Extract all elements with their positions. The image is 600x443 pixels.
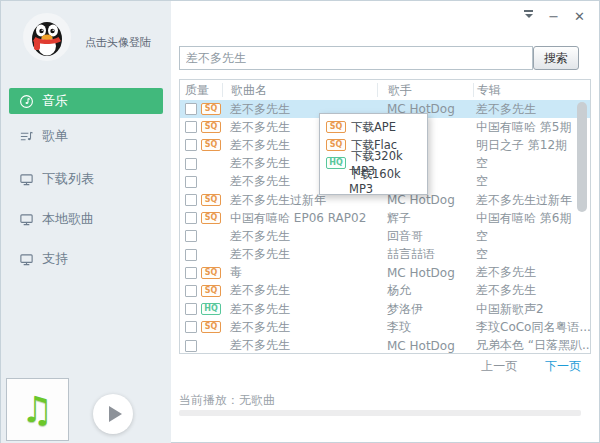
- close-button[interactable]: ✕: [574, 10, 585, 23]
- row-checkbox[interactable]: [185, 267, 197, 279]
- row-checkbox[interactable]: [185, 139, 197, 151]
- quality-cell: SQ: [180, 212, 222, 224]
- table-row[interactable]: SQ差不多先生杨允差不多先生: [180, 282, 590, 300]
- singer-cell: 梦洛伊: [377, 301, 473, 318]
- sq-quality-badge: SQ: [201, 285, 221, 297]
- row-checkbox[interactable]: [185, 103, 197, 115]
- sidebar-item-4[interactable]: 支持: [9, 246, 163, 272]
- context-menu-item-label: 下载APE: [351, 120, 396, 135]
- song-name-cell: 差不多先生: [222, 337, 377, 353]
- row-checkbox[interactable]: [185, 230, 197, 242]
- sidebar-item-2[interactable]: 下载列表: [9, 166, 163, 192]
- next-page-link[interactable]: 下一页: [545, 359, 581, 373]
- play-button[interactable]: [93, 394, 133, 434]
- scrollbar-thumb[interactable]: [577, 102, 587, 212]
- quality-cell: SQ: [180, 139, 222, 151]
- search-input[interactable]: [179, 46, 533, 70]
- sidebar-item-label: 音乐: [42, 92, 68, 110]
- context-menu-item[interactable]: SQ下载APE: [320, 118, 427, 136]
- sidebar-item-label: 本地歌曲: [42, 210, 94, 228]
- album-cell: 差不多先生过新年: [473, 192, 590, 209]
- table-row[interactable]: 差不多先生MC HotDog兄弟本色 “日落黑趴...: [180, 336, 590, 353]
- singer-cell: 喆言喆语: [377, 246, 473, 263]
- column-header-3[interactable]: 歌手: [377, 83, 473, 97]
- table-row[interactable]: SQ毒MC HotDog差不多先生: [180, 264, 590, 282]
- sidebar-item-0[interactable]: 音乐: [9, 88, 163, 114]
- search-button[interactable]: 搜索: [533, 46, 579, 70]
- sidebar-item-label: 支持: [42, 250, 68, 268]
- album-cell: 兄弟本色 “日落黑趴...: [473, 337, 590, 353]
- album-cell: 差不多先生: [473, 282, 590, 299]
- song-name-cell: 差不多先生: [222, 301, 377, 318]
- sidebar-menu: 音乐歌单下载列表本地歌曲支持: [1, 88, 171, 286]
- play-icon: [109, 406, 122, 422]
- song-name-cell: 差不多先生: [222, 282, 377, 299]
- row-checkbox[interactable]: [185, 158, 197, 170]
- row-checkbox[interactable]: [185, 303, 197, 315]
- sq-quality-badge: SQ: [201, 321, 221, 333]
- row-checkbox[interactable]: [185, 321, 197, 333]
- singer-cell: 辉子: [377, 210, 473, 227]
- sq-quality-badge: SQ: [326, 139, 346, 151]
- table-row[interactable]: 差不多先生喆言喆语空: [180, 246, 590, 264]
- quality-cell: SQ: [180, 194, 222, 206]
- row-checkbox[interactable]: [185, 176, 197, 188]
- main-menu-icon[interactable]: [524, 10, 533, 23]
- row-checkbox[interactable]: [185, 340, 197, 352]
- album-cell: 空: [473, 228, 590, 245]
- quality-cell: [180, 249, 222, 261]
- album-cell: 空: [473, 173, 590, 190]
- column-header-4[interactable]: 专辑: [473, 83, 590, 97]
- quality-cell: SQ: [180, 321, 222, 333]
- sq-quality-badge: SQ: [201, 121, 221, 133]
- pagination: 上一页 下一页: [179, 358, 581, 375]
- row-checkbox[interactable]: [185, 194, 197, 206]
- column-header-2[interactable]: 歌曲名: [222, 83, 377, 97]
- album-cell: 差不多先生: [473, 101, 590, 118]
- row-checkbox[interactable]: [185, 249, 197, 261]
- table-row[interactable]: HQ差不多先生梦洛伊中国新歌声2: [180, 300, 590, 318]
- album-cell: 李玟CoCo同名粤语...: [473, 319, 590, 336]
- minimize-button[interactable]: −: [548, 10, 559, 23]
- song-name-cell: 差不多先生: [222, 228, 377, 245]
- avatar[interactable]: [23, 13, 71, 61]
- column-header-1[interactable]: 质量: [180, 83, 222, 97]
- album-art-box: ♫: [6, 378, 69, 441]
- context-menu-item[interactable]: 下载160k MP3: [320, 172, 427, 190]
- album-cell: 中国有嘻哈 第6期: [473, 210, 590, 227]
- qq-penguin-icon: [23, 13, 71, 61]
- song-name-cell: 毒: [222, 264, 377, 281]
- quality-cell: [180, 176, 222, 188]
- table-row[interactable]: SQ中国有嘻哈 EP06 RAP02辉子中国有嘻哈 第6期: [180, 209, 590, 227]
- sq-quality-badge: SQ: [201, 103, 221, 115]
- sq-quality-badge: SQ: [326, 121, 346, 133]
- quality-cell: [180, 340, 222, 352]
- table-row[interactable]: SQ差不多先生李玟李玟CoCo同名粤语...: [180, 318, 590, 336]
- hq-quality-badge: HQ: [201, 303, 221, 315]
- album-cell: 中国有嘻哈 第5期: [473, 119, 590, 136]
- music-icon: [19, 94, 34, 109]
- login-text[interactable]: 点击头像登陆: [85, 35, 151, 50]
- sq-quality-badge: SQ: [201, 194, 221, 206]
- quality-cell: SQ: [180, 267, 222, 279]
- row-checkbox[interactable]: [185, 285, 197, 297]
- prev-page-link[interactable]: 上一页: [481, 359, 517, 373]
- playback-progress-bar[interactable]: [179, 410, 581, 416]
- row-checkbox[interactable]: [185, 212, 197, 224]
- quality-cell: [180, 230, 222, 242]
- music-note-icon: ♫: [21, 392, 53, 428]
- monitor-icon: [19, 212, 34, 227]
- album-cell: 空: [473, 246, 590, 263]
- quality-cell: SQ: [180, 121, 222, 133]
- sidebar-item-3[interactable]: 本地歌曲: [9, 206, 163, 232]
- quality-cell: [180, 158, 222, 170]
- now-playing-label: 当前播放：无歌曲: [179, 392, 275, 409]
- sq-quality-badge: SQ: [201, 139, 221, 151]
- table-row[interactable]: 差不多先生回音哥空: [180, 227, 590, 245]
- sidebar-item-1[interactable]: 歌单: [9, 123, 163, 149]
- row-checkbox[interactable]: [185, 121, 197, 133]
- singer-cell: MC HotDog: [377, 339, 473, 353]
- song-name-cell: 差不多先生: [222, 246, 377, 263]
- sq-quality-badge: SQ: [201, 212, 221, 224]
- window-controls: − ✕: [524, 10, 585, 23]
